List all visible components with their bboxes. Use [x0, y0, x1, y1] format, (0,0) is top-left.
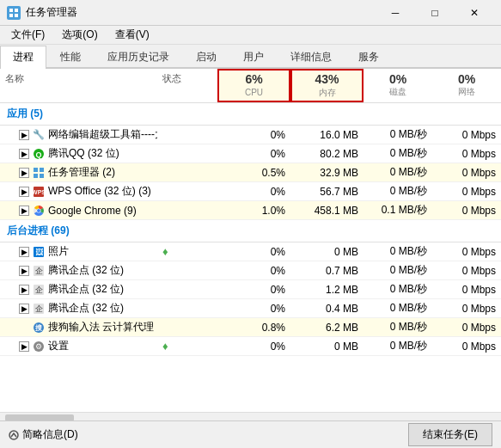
maximize-button[interactable]: □ [415, 0, 455, 26]
row-cpu: 0% [217, 146, 290, 162]
row-status: ♦ [157, 338, 217, 354]
close-button[interactable]: ✕ [455, 0, 494, 26]
memory-percent: 43% [296, 72, 358, 86]
svg-text:WPS: WPS [33, 189, 45, 195]
row-network: 0 Mbps [432, 244, 501, 260]
table-row[interactable]: ▶ 🖼 照片 ♦ 0% 0 MB 0 MB/秒 0 Mbps [0, 242, 501, 261]
row-network: 0 Mbps [432, 127, 501, 143]
expand-button[interactable]: ▶ [19, 341, 29, 352]
background-section-header: 后台进程 (69) [0, 220, 501, 242]
minimize-button[interactable]: ─ [376, 0, 415, 26]
row-cpu: 0% [217, 282, 290, 298]
row-name: ▶ 企 腾讯企点 (32 位) [0, 299, 157, 317]
chrome-name: Google Chrome (9) [48, 205, 137, 217]
end-task-button[interactable]: 结束任务(E) [408, 423, 492, 446]
row-name: 搜 搜狗输入法 云计算代理 (32 位) [0, 318, 157, 336]
col-header-memory[interactable]: 43% 内存 [290, 69, 364, 102]
expand-button[interactable]: ▶ [19, 304, 29, 314]
col-header-cpu[interactable]: 6% CPU [217, 69, 290, 102]
svg-rect-6 [34, 168, 38, 172]
col-header-disk[interactable]: 0% 磁盘 [364, 69, 432, 102]
title-bar: 任务管理器 ─ □ ✕ [0, 0, 501, 26]
cpu-label: CPU [245, 88, 263, 97]
table-row[interactable]: 搜 搜狗输入法 云计算代理 (32 位) 0.8% 6.2 MB 0 MB/秒 … [0, 318, 501, 337]
expand-button[interactable]: ▶ [19, 285, 29, 295]
tab-process[interactable]: 进程 [0, 46, 46, 69]
row-status [157, 209, 217, 212]
table-row[interactable]: ▶ WPS WPS Office (32 位) (3) 0% 56.7 MB 0… [0, 182, 501, 201]
table-row[interactable]: ▶ ⚙ 设置 ♦ 0% 0 MB 0 MB/秒 0 Mbps [0, 337, 501, 356]
tab-startup[interactable]: 启动 [183, 46, 229, 69]
row-network: 0 Mbps [432, 165, 501, 181]
row-network: 0 Mbps [432, 203, 501, 218]
row-name: ▶ WPS WPS Office (32 位) (3) [0, 182, 157, 200]
menu-file[interactable]: 文件(F) [3, 25, 52, 45]
row-disk: 0 MB/秒 [364, 261, 432, 279]
row-network: 0 Mbps [432, 184, 501, 199]
expand-button[interactable]: ▶ [19, 206, 29, 216]
table-body[interactable]: 应用 (5) ▶ 🔧 网络编辑超级工具箱----大海加... 0% 16.0 M… [0, 103, 501, 412]
expand-button[interactable]: ▶ [19, 187, 29, 197]
expand-button[interactable]: ▶ [19, 266, 29, 276]
table-row[interactable]: ▶ Q 腾讯QQ (32 位) 0% 80.2 MB 0 MB/秒 0 Mbps [0, 144, 501, 163]
menu-view[interactable]: 查看(V) [107, 25, 157, 45]
row-name: ▶ Google Chrome (9) [0, 203, 157, 218]
disk-percent: 0% [369, 72, 427, 86]
row-disk: 0 MB/秒 [364, 242, 432, 261]
row-memory: 0 MB [290, 244, 364, 260]
tab-details[interactable]: 详细信息 [278, 46, 345, 69]
row-name: ▶ 任务管理器 (2) [0, 163, 157, 181]
row-network: 0 Mbps [432, 320, 501, 335]
expand-button[interactable]: ▶ [19, 149, 29, 159]
row-disk: 0 MB/秒 [364, 126, 432, 144]
row-status: ♦ [157, 243, 217, 260]
row-status [157, 171, 217, 175]
row-status [157, 307, 217, 310]
svg-text:搜: 搜 [34, 324, 43, 332]
row-name: ▶ 企 腾讯企点 (32 位) [0, 280, 157, 298]
table-row[interactable]: ▶ 🔧 网络编辑超级工具箱----大海加... 0% 16.0 MB 0 MB/… [0, 126, 501, 144]
row-network: 0 Mbps [432, 339, 501, 354]
app-icon-chrome [33, 205, 45, 217]
svg-rect-8 [34, 174, 38, 178]
row-cpu: 0% [217, 263, 290, 279]
brief-info-btn[interactable]: 简略信息(D) [9, 427, 78, 442]
background-section-label: 后台进程 (69) [7, 224, 494, 238]
row-network: 0 Mbps [432, 146, 501, 162]
app-icon-settings: ⚙ [33, 341, 45, 353]
col-header-network[interactable]: 0% 网络 [432, 69, 501, 102]
row-memory: 16.0 MB [290, 127, 364, 143]
tab-app-history[interactable]: 应用历史记录 [95, 46, 182, 69]
svg-rect-1 [15, 9, 18, 12]
table-row[interactable]: ▶ 企 腾讯企点 (32 位) 0% 0.4 MB 0 MB/秒 0 Mbps [0, 299, 501, 318]
row-disk: 0 MB/秒 [364, 163, 432, 181]
memory-label: 内存 [319, 88, 336, 97]
expand-button[interactable]: ▶ [19, 247, 29, 257]
table-row[interactable]: ▶ Google Chrome (9) 1.0% 458.1 MB [0, 201, 501, 220]
menu-options[interactable]: 选项(O) [54, 25, 105, 45]
expand-button[interactable]: ▶ [19, 130, 29, 140]
col-header-status[interactable]: 状态 [157, 69, 217, 102]
leaf-icon2: ♦ [162, 340, 168, 353]
cpu-percent: 6% [223, 72, 285, 86]
table-row[interactable]: ▶ 任务管理器 (2) 0.5% 32.9 MB 0 MB/秒 0 Mbps [0, 163, 501, 182]
col-header-name[interactable]: 名称 [0, 69, 157, 102]
svg-rect-0 [9, 9, 13, 12]
tab-users[interactable]: 用户 [230, 46, 277, 69]
tab-performance[interactable]: 性能 [47, 46, 94, 69]
tab-services[interactable]: 服务 [345, 46, 392, 69]
table-row[interactable]: ▶ 企 腾讯企点 (32 位) 0% 1.2 MB 0 MB/秒 0 Mbps [0, 280, 501, 299]
row-name: ▶ 🖼 照片 [0, 242, 157, 261]
expand-button[interactable]: ▶ [19, 168, 29, 178]
svg-text:企: 企 [35, 267, 43, 275]
row-disk: 0 MB/秒 [364, 337, 432, 355]
app-icon-wps: WPS [33, 186, 45, 198]
row-memory: 0.7 MB [290, 263, 364, 279]
row-name: ▶ 🔧 网络编辑超级工具箱----大海加... [0, 126, 157, 144]
no-expand-spacer [19, 322, 29, 333]
row-cpu: 0% [217, 339, 290, 354]
row-cpu: 0.8% [217, 320, 290, 335]
table-row[interactable]: ▶ 企 腾讯企点 (32 位) 0% 0.7 MB 0 MB/秒 0 Mbps [0, 261, 501, 280]
row-memory: 80.2 MB [290, 146, 364, 162]
row-network: 0 Mbps [432, 301, 501, 316]
